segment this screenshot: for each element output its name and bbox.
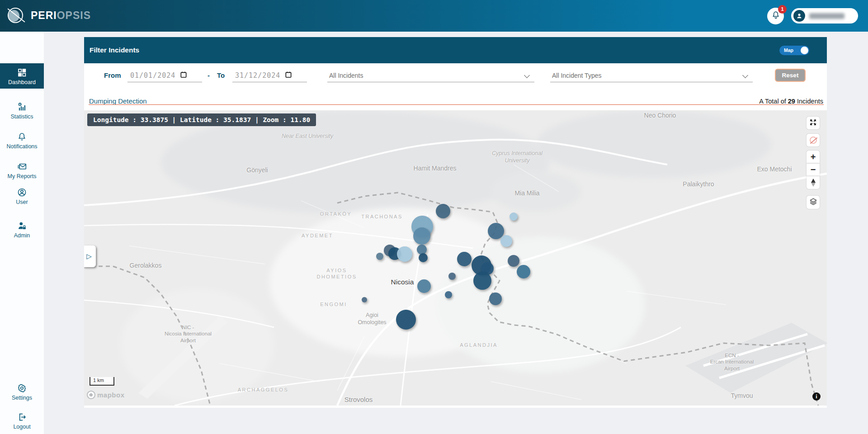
incident-cluster-marker[interactable]: [417, 279, 431, 293]
legend-expand-button[interactable]: ▷: [84, 245, 96, 267]
sidebar-item-dashboard[interactable]: Dashboard: [0, 63, 44, 89]
panel-title: Filter Incidents: [90, 46, 139, 54]
summary-row: Dumping Detection A Total of 29 Incident…: [84, 90, 827, 110]
incident-cluster-marker[interactable]: [396, 310, 416, 330]
sidebar-item-admin[interactable]: Admin: [0, 221, 44, 239]
incident-cluster-marker[interactable]: [445, 291, 452, 298]
sidebar-item-settings[interactable]: Settings: [0, 383, 44, 401]
sidebar-item-label: Dashboard: [0, 79, 44, 85]
compass-button[interactable]: [807, 176, 820, 189]
geolocate-disabled-button[interactable]: [807, 134, 820, 146]
compass-icon: [811, 179, 816, 187]
minus-icon: −: [811, 165, 816, 175]
category-label: Dumping Detection: [89, 97, 147, 105]
plus-icon: +: [811, 152, 816, 162]
my-reports-icon: [0, 162, 44, 172]
map-status-bar: Longitude : 33.3875 | Latitude : 35.1837…: [87, 113, 316, 126]
user-icon: [0, 188, 44, 198]
incident-cluster-marker[interactable]: [517, 265, 530, 278]
incident-cluster-marker[interactable]: [376, 253, 383, 260]
zoom-in-button[interactable]: +: [807, 151, 820, 163]
incident-cluster-marker[interactable]: [419, 253, 428, 262]
sidebar-item-label: Notifications: [0, 143, 44, 150]
panel-header: Filter Incidents Map: [84, 37, 827, 63]
layers-button[interactable]: [807, 196, 820, 209]
user-name-redacted: [809, 13, 844, 19]
incident-cluster-marker[interactable]: [473, 272, 491, 290]
app-header: PERIOPSIS 1: [0, 0, 868, 32]
from-date-input[interactable]: 01/01/2024: [127, 69, 202, 82]
sidebar: DashboardStatisticsNotificationsMy Repor…: [0, 32, 44, 434]
user-menu-button[interactable]: [791, 8, 858, 24]
reset-button[interactable]: Reset: [775, 69, 806, 82]
incidents-select[interactable]: All Incidents: [327, 69, 534, 82]
statistics-icon: [0, 102, 44, 112]
sidebar-item-label: Admin: [0, 232, 44, 239]
sidebar-item-label: User: [0, 199, 44, 205]
toggle-knob: [801, 47, 808, 54]
filter-row: From 01/01/2024 - To 31/12/2024 All Inci…: [84, 63, 827, 90]
admin-icon: [0, 221, 44, 231]
incident-cluster-marker[interactable]: [397, 246, 412, 262]
incidents-map[interactable]: Neo ChorioNear East UniversityCyprus Int…: [84, 110, 827, 406]
notifications-button[interactable]: 1: [767, 8, 784, 24]
sidebar-item-logout[interactable]: Logout: [0, 412, 44, 430]
brand-logo-icon: [6, 6, 25, 25]
triangle-right-icon: ▷: [86, 252, 92, 260]
divider-rule: [89, 104, 824, 105]
sidebar-item-label: My Reports: [0, 173, 44, 179]
total-incidents-label: A Total of 29 Incidents: [759, 98, 823, 105]
map-toggle-label: Map: [784, 47, 793, 53]
calendar-icon[interactable]: [285, 71, 292, 80]
to-date-input[interactable]: 31/12/2024: [232, 69, 307, 82]
sidebar-item-my-reports[interactable]: My Reports: [0, 162, 44, 179]
filter-incidents-panel: Filter Incidents Map From 01/01/2024 - T…: [84, 37, 827, 408]
incident-cluster-marker[interactable]: [508, 255, 519, 267]
map-basemap: [84, 110, 827, 406]
mapbox-icon: [87, 391, 95, 399]
sidebar-item-label: Logout: [0, 424, 44, 430]
incident-cluster-marker[interactable]: [448, 273, 456, 280]
chevron-down-icon: [524, 72, 530, 78]
incident-cluster-marker[interactable]: [489, 292, 502, 305]
avatar-icon: [793, 10, 805, 22]
date-range-separator: -: [208, 71, 210, 79]
to-label: To: [217, 71, 225, 79]
incident-cluster-marker[interactable]: [413, 227, 430, 245]
incident-cluster-marker[interactable]: [436, 204, 450, 218]
geolocate-off-icon: [810, 137, 817, 144]
calendar-icon[interactable]: [180, 71, 187, 80]
settings-icon: [0, 383, 44, 393]
chevron-down-icon: [742, 72, 748, 78]
map-view-toggle[interactable]: Map: [779, 46, 809, 55]
incident-cluster-marker[interactable]: [509, 212, 518, 221]
notifications-icon: [0, 132, 44, 142]
mapbox-attribution[interactable]: mapbox: [87, 391, 125, 399]
fullscreen-icon: [809, 118, 817, 128]
incident-cluster-marker[interactable]: [457, 252, 472, 266]
incident-cluster-marker[interactable]: [362, 297, 367, 302]
sidebar-item-label: Statistics: [0, 113, 44, 120]
map-scale-bar: 1 km: [90, 377, 114, 386]
brand-name: PERIOPSIS: [31, 9, 91, 22]
sidebar-item-label: Settings: [0, 395, 44, 401]
dashboard-icon: [0, 68, 44, 78]
sidebar-item-user[interactable]: User: [0, 188, 44, 205]
from-label: From: [104, 71, 121, 79]
incident-cluster-marker[interactable]: [500, 235, 512, 247]
fullscreen-button[interactable]: [807, 117, 820, 129]
notification-badge: 1: [778, 5, 787, 14]
incident-types-select[interactable]: All Incident Types: [550, 69, 753, 82]
attribution-info-button[interactable]: i: [812, 392, 821, 401]
zoom-out-button[interactable]: −: [807, 163, 820, 176]
sidebar-item-statistics[interactable]: Statistics: [0, 102, 44, 120]
total-count: 29: [788, 98, 795, 105]
sidebar-item-notifications[interactable]: Notifications: [0, 132, 44, 150]
brand-logo[interactable]: PERIOPSIS: [6, 6, 91, 25]
logout-icon: [0, 412, 44, 422]
layers-icon: [809, 198, 817, 208]
